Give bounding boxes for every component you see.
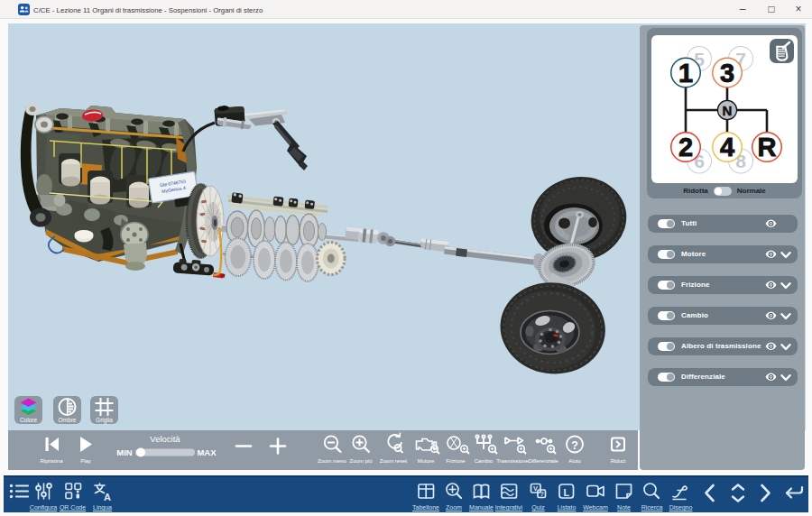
svg-text:N: N [723,103,733,118]
svg-text:R: R [758,133,777,161]
svg-text:Velocità: Velocità [150,434,180,444]
svg-text:?: ? [571,438,578,452]
svg-text:3: 3 [720,59,734,88]
svg-text:L: L [564,487,570,498]
svg-text:MAX: MAX [197,447,217,457]
svg-text:MIN: MIN [116,447,133,457]
svg-text:2: 2 [678,133,693,161]
svg-text:V: V [533,484,538,493]
svg-text:A: A [104,492,111,502]
svg-text:1: 1 [678,59,693,88]
svg-text:?: ? [540,490,544,498]
svg-text:4: 4 [720,133,734,161]
